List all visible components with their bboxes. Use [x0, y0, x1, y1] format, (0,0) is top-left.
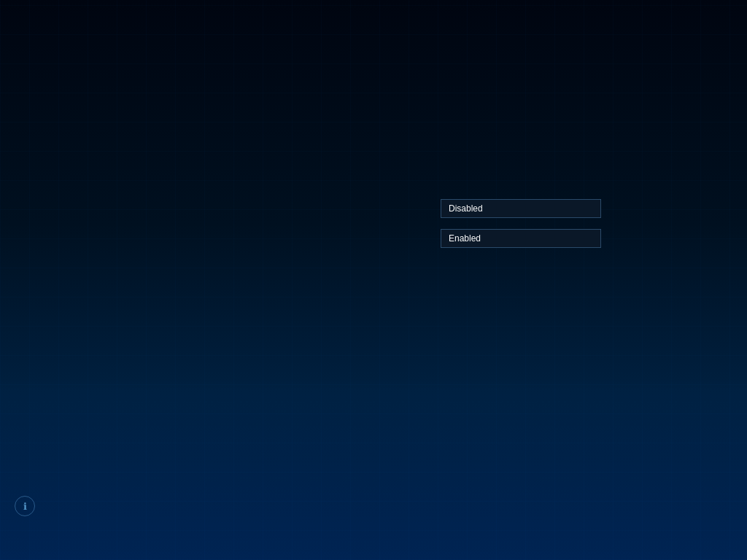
vtd-dropdown[interactable]: Disabled Enabled: [441, 199, 601, 218]
main-container: /ASUS | UEFI BIOS Utility – Advanced Mod…: [0, 0, 747, 560]
vtd-dropdown-wrapper: Disabled Enabled: [441, 199, 601, 218]
info-button[interactable]: ℹ: [15, 496, 35, 515]
bg-glow: [0, 378, 747, 560]
above4g-dropdown[interactable]: Disabled Enabled: [441, 229, 601, 248]
above4g-dropdown-wrapper: Disabled Enabled: [441, 229, 601, 248]
